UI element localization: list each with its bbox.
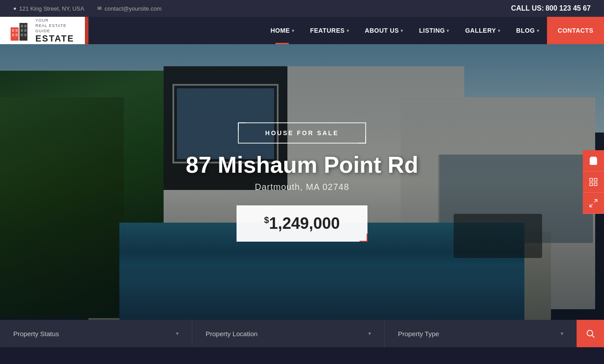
- search-bar: Property Status ▾ Property Location ▾ Pr…: [0, 320, 604, 347]
- cart-icon: [589, 156, 598, 166]
- svg-rect-15: [594, 182, 597, 185]
- property-tag: HOUSE FOR SALE: [265, 129, 339, 136]
- search-button[interactable]: [577, 320, 604, 347]
- property-type-label: Property Type: [398, 330, 561, 337]
- location-dropdown-arrow: ▾: [368, 330, 371, 337]
- svg-rect-2: [12, 29, 14, 32]
- svg-rect-6: [21, 25, 23, 27]
- property-status-label: Property Status: [13, 330, 176, 337]
- call-label: CALL US:: [511, 4, 544, 12]
- fullscreen-icon: [589, 198, 598, 208]
- property-city: Dartmouth, MA 02748: [255, 182, 349, 192]
- property-location-label: Property Location: [206, 330, 368, 337]
- svg-rect-9: [24, 29, 27, 32]
- property-address: 87 Mishaum Point Rd: [186, 152, 418, 178]
- hero-section: HOUSE FOR SALE 87 Mishaum Point Rd Dartm…: [0, 44, 604, 320]
- property-type-dropdown[interactable]: Property Type ▾: [385, 320, 577, 347]
- nav-gallery-arrow: ▾: [498, 28, 501, 33]
- svg-point-19: [587, 330, 593, 336]
- nav-home[interactable]: HOME ▾: [263, 17, 302, 44]
- logo-text: YOUR REAL ESTATE GUIDE ESTATE: [35, 18, 74, 42]
- compare-button[interactable]: [583, 171, 604, 193]
- nav-contacts[interactable]: CONTACTS: [547, 17, 604, 44]
- svg-rect-11: [24, 34, 27, 36]
- logo-tagline: YOUR REAL ESTATE GUIDE: [35, 18, 74, 34]
- status-dropdown-arrow: ▾: [176, 330, 179, 337]
- nav-gallery[interactable]: GALLERY ▾: [457, 17, 508, 44]
- price-value: 1,249,000: [269, 214, 340, 232]
- main-nav: HOME ▾ FEATURES ▾ ABOUT US ▾ LISTING ▾ G…: [88, 17, 604, 44]
- phone-info: CALL US: 800 123 45 67: [511, 4, 591, 12]
- nav-listing-arrow: ▾: [447, 28, 449, 33]
- compare-icon: [589, 177, 598, 187]
- nav-features[interactable]: FEATURES ▾: [302, 17, 357, 44]
- svg-rect-4: [12, 34, 14, 36]
- type-dropdown-arrow: ▾: [561, 330, 563, 337]
- svg-rect-13: [590, 178, 593, 181]
- svg-rect-7: [24, 25, 27, 27]
- property-location-dropdown[interactable]: Property Location ▾: [192, 320, 385, 347]
- search-icon: [585, 329, 595, 338]
- nav-home-arrow: ▾: [292, 28, 294, 33]
- address-text: 121 King Street, NY, USA: [19, 5, 84, 12]
- svg-line-20: [592, 335, 594, 337]
- nav-blog[interactable]: BLOG ▾: [508, 17, 547, 44]
- price-display: $1,249,000: [264, 214, 340, 233]
- top-bar: ● 121 King Street, NY, USA ✉ contact@you…: [0, 0, 604, 17]
- svg-line-18: [590, 204, 593, 206]
- property-tag-box: HOUSE FOR SALE: [238, 122, 366, 144]
- price-box: $1,249,000: [237, 205, 367, 242]
- phone-number: 800 123 45 67: [546, 4, 591, 12]
- nav-features-arrow: ▾: [347, 28, 349, 33]
- svg-rect-3: [15, 29, 18, 32]
- hero-content: HOUSE FOR SALE 87 Mishaum Point Rd Dartm…: [0, 44, 604, 320]
- svg-rect-16: [590, 182, 593, 185]
- location-icon: ●: [13, 5, 16, 11]
- svg-line-17: [594, 199, 597, 202]
- email-info: ✉ contact@yoursite.com: [97, 5, 161, 12]
- svg-rect-10: [21, 34, 23, 36]
- svg-rect-5: [15, 34, 18, 36]
- top-bar-left: ● 121 King Street, NY, USA ✉ contact@you…: [13, 5, 161, 12]
- side-buttons: [583, 150, 604, 214]
- svg-rect-8: [21, 29, 23, 32]
- logo-accent-bar: [85, 17, 88, 44]
- cart-button[interactable]: [583, 150, 604, 171]
- fullscreen-button[interactable]: [583, 193, 604, 214]
- email-icon: ✉: [97, 5, 102, 11]
- property-status-dropdown[interactable]: Property Status ▾: [0, 320, 192, 347]
- logo-icon: [7, 19, 31, 42]
- nav-listing[interactable]: LISTING ▾: [411, 17, 457, 44]
- svg-rect-14: [594, 178, 597, 181]
- logo-title: ESTATE: [35, 34, 74, 43]
- price-symbol: $: [264, 215, 269, 225]
- address-info: ● 121 King Street, NY, USA: [13, 5, 84, 12]
- nav-blog-arrow: ▾: [537, 28, 539, 33]
- nav-about[interactable]: ABOUT US ▾: [357, 17, 411, 44]
- logo[interactable]: YOUR REAL ESTATE GUIDE ESTATE: [0, 17, 85, 44]
- email-text: contact@yoursite.com: [104, 5, 161, 12]
- header: YOUR REAL ESTATE GUIDE ESTATE HOME ▾ FEA…: [0, 17, 604, 44]
- nav-about-arrow: ▾: [401, 28, 403, 33]
